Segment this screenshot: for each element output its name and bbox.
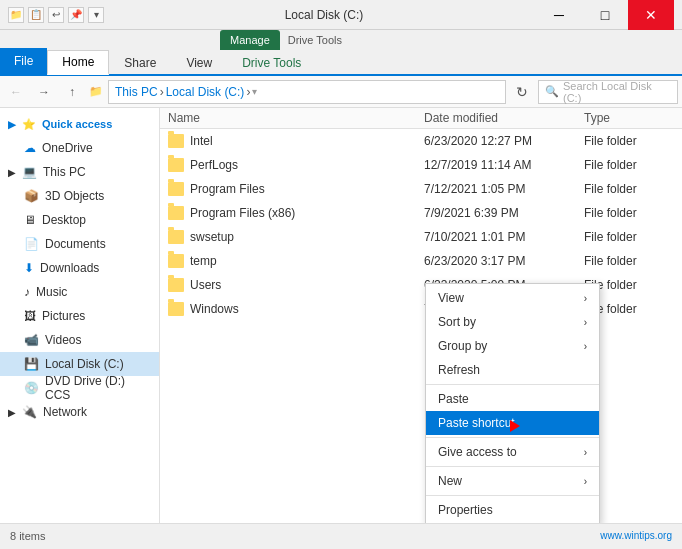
ctx-paste[interactable]: Paste [426, 387, 599, 411]
up-button[interactable]: ↑ [60, 80, 84, 104]
col-type[interactable]: Type [584, 111, 674, 125]
table-row[interactable]: Windows 7/10/2021 12:45 PM File folder [160, 297, 682, 321]
arrow-icon: › [584, 317, 587, 328]
sidebar-videos-label: Videos [45, 333, 81, 347]
sidebar-item-documents[interactable]: 📄 Documents [0, 232, 159, 256]
tab-drivetools[interactable]: Drive Tools [227, 51, 316, 75]
pin-icon[interactable]: 📌 [68, 7, 84, 23]
sidebar-item-onedrive[interactable]: ☁ OneDrive [0, 136, 159, 160]
file-date: 6/23/2020 12:27 PM [424, 134, 584, 148]
arrow-icon: › [584, 293, 587, 304]
sidebar-onedrive-label: OneDrive [42, 141, 93, 155]
path-localdisk[interactable]: Local Disk (C:) [166, 85, 245, 99]
sidebar-downloads-label: Downloads [40, 261, 99, 275]
tab-share[interactable]: Share [109, 51, 171, 75]
network-icon: 🔌 [22, 405, 37, 419]
refresh-button[interactable]: ↻ [510, 80, 534, 104]
window-title: Local Disk (C:) [112, 8, 536, 22]
ctx-separator-1 [426, 384, 599, 385]
sidebar-item-pictures[interactable]: 🖼 Pictures [0, 304, 159, 328]
sidebar-item-dvd[interactable]: 💿 DVD Drive (D:) CCS [0, 376, 159, 400]
sidebar-item-thispc[interactable]: ▶ 💻 This PC [0, 160, 159, 184]
tab-home[interactable]: Home [47, 50, 109, 75]
ctx-new[interactable]: New› [426, 469, 599, 493]
watermark: www.wintips.org [600, 530, 672, 541]
sidebar-item-network[interactable]: ▶ 🔌 Network [0, 400, 159, 424]
table-row[interactable]: swsetup 7/10/2021 1:01 PM File folder [160, 225, 682, 249]
ctx-sortby[interactable]: Sort by› [426, 310, 599, 334]
sidebar-localdisk-label: Local Disk (C:) [45, 357, 124, 371]
close-button[interactable]: ✕ [628, 0, 674, 30]
address-bar: ← → ↑ 📁 This PC › Local Disk (C:) › ▾ ↻ … [0, 76, 682, 108]
ctx-properties[interactable]: Properties [426, 498, 599, 522]
ribbon-tabs: File Home Share View Drive Tools [0, 50, 682, 76]
sidebar-item-downloads[interactable]: ⬇ Downloads [0, 256, 159, 280]
file-name: Users [168, 278, 424, 292]
file-date: 6/23/2020 3:17 PM [424, 254, 584, 268]
videos-icon: 📹 [24, 333, 39, 347]
properties-icon[interactable]: 📋 [28, 7, 44, 23]
documents-icon: 📄 [24, 237, 39, 251]
address-path[interactable]: This PC › Local Disk (C:) › ▾ [108, 80, 506, 104]
col-date[interactable]: Date modified [424, 111, 584, 125]
path-thispc[interactable]: This PC [115, 85, 158, 99]
ctx-groupby[interactable]: Group by› [426, 334, 599, 358]
file-name: PerfLogs [168, 158, 424, 172]
undo-icon[interactable]: ↩ [48, 7, 64, 23]
table-row[interactable]: Intel 6/23/2020 12:27 PM File folder [160, 129, 682, 153]
drivetools-label: Drive Tools [280, 32, 350, 48]
file-date: 7/10/2021 1:01 PM [424, 230, 584, 244]
table-row[interactable]: Users 6/23/2020 5:09 PM File folder [160, 273, 682, 297]
file-date: 12/7/2019 11:14 AM [424, 158, 584, 172]
sidebar-item-videos[interactable]: 📹 Videos [0, 328, 159, 352]
table-row[interactable]: temp 6/23/2020 3:17 PM File folder [160, 249, 682, 273]
ctx-separator-2 [426, 437, 599, 438]
tab-file[interactable]: File [0, 48, 47, 74]
file-date: 7/12/2021 1:05 PM [424, 182, 584, 196]
dropdown-icon[interactable]: ▾ [88, 7, 104, 23]
file-name: temp [168, 254, 424, 268]
onedrive-icon: ☁ [24, 141, 36, 155]
sidebar-item-music[interactable]: ♪ Music [0, 280, 159, 304]
file-date: 7/9/2021 6:39 PM [424, 206, 584, 220]
file-name: Program Files [168, 182, 424, 196]
sidebar: ▶ ⭐ Quick access ☁ OneDrive ▶ 💻 This PC … [0, 108, 160, 523]
path-dropdown-icon[interactable]: ▾ [252, 86, 257, 97]
ctx-give-access[interactable]: Give access to› [426, 440, 599, 464]
search-box[interactable]: 🔍 Search Local Disk (C:) [538, 80, 678, 104]
search-placeholder: Search Local Disk (C:) [563, 80, 671, 104]
sidebar-item-quickaccess[interactable]: ▶ ⭐ Quick access [0, 112, 159, 136]
file-type: File folder [584, 206, 674, 220]
sidebar-item-localdisk[interactable]: 💾 Local Disk (C:) [0, 352, 159, 376]
desktop-icon: 🖥 [24, 213, 36, 227]
folder-icon [168, 158, 184, 172]
expand-icon-network: ▶ [8, 407, 16, 418]
table-row[interactable]: Program Files (x86) 7/9/2021 6:39 PM Fil… [160, 201, 682, 225]
ctx-separator-4 [426, 495, 599, 496]
title-bar-icons[interactable]: 📁 📋 ↩ 📌 ▾ [8, 7, 104, 23]
table-row[interactable]: PerfLogs 12/7/2019 11:14 AM File folder [160, 153, 682, 177]
sidebar-dvd-label: DVD Drive (D:) CCS [45, 374, 151, 402]
back-button[interactable]: ← [4, 80, 28, 104]
maximize-button[interactable]: □ [582, 0, 628, 30]
downloads-icon: ⬇ [24, 261, 34, 275]
ctx-view[interactable]: View› [426, 286, 599, 310]
forward-button[interactable]: → [32, 80, 56, 104]
minimize-button[interactable]: ─ [536, 0, 582, 30]
file-area: Name Date modified Type Intel 6/23/2020 … [160, 108, 682, 523]
ctx-refresh[interactable]: Refresh [426, 358, 599, 382]
sidebar-item-desktop[interactable]: 🖥 Desktop [0, 208, 159, 232]
new-folder-icon[interactable]: 📁 [8, 7, 24, 23]
table-row[interactable]: Program Files 7/12/2021 1:05 PM File fol… [160, 177, 682, 201]
sidebar-item-3dobjects[interactable]: 📦 3D Objects [0, 184, 159, 208]
file-name: swsetup [168, 230, 424, 244]
file-type: File folder [584, 254, 674, 268]
sidebar-music-label: Music [36, 285, 67, 299]
sidebar-desktop-label: Desktop [42, 213, 86, 227]
mouse-cursor [510, 420, 520, 432]
folder-icon [168, 182, 184, 196]
sidebar-quickaccess-icon: ⭐ [22, 118, 36, 131]
sidebar-thispc-label: This PC [43, 165, 86, 179]
tab-view[interactable]: View [171, 51, 227, 75]
col-name[interactable]: Name [168, 111, 424, 125]
